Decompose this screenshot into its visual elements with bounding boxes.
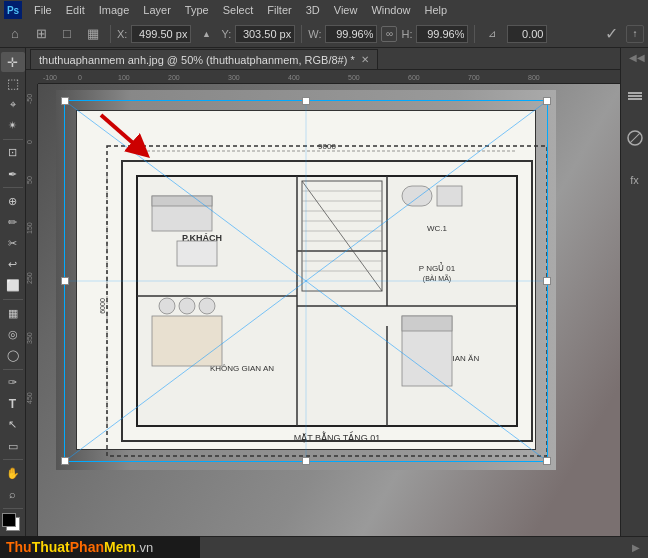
- home-icon[interactable]: ⌂: [4, 23, 26, 45]
- eyedropper-tool[interactable]: ✒: [1, 164, 25, 184]
- zoom-tool[interactable]: ⌕: [1, 484, 25, 504]
- svg-text:600: 600: [408, 74, 420, 81]
- brand-thu: Thu: [6, 539, 32, 555]
- menu-type[interactable]: Type: [179, 0, 215, 20]
- shape-icon[interactable]: □: [56, 23, 78, 45]
- menu-select[interactable]: Select: [217, 0, 260, 20]
- ruler-corner: [26, 70, 38, 84]
- main-area: ✛ ⬚ ⌖ ✴ ⊡ ✒ ⊕ ✏ ✂ ↩ ⬜ ▦ ◎ ◯ ✑ T ↖ ▭ ✋ ⌕: [0, 48, 648, 536]
- menu-image[interactable]: Image: [93, 0, 136, 20]
- svg-rect-20: [177, 241, 217, 266]
- menu-edit[interactable]: Edit: [60, 0, 91, 20]
- x-input[interactable]: [131, 25, 191, 43]
- align-grid-icon[interactable]: ▦: [82, 23, 104, 45]
- svg-text:P NGỦ 01: P NGỦ 01: [419, 262, 456, 273]
- w-input[interactable]: [325, 25, 377, 43]
- y-label: Y:: [221, 28, 231, 40]
- canvas-scroll[interactable]: 9000 P.KHÁCH WC.1 P NGỦ 01 (BÀI MÃ) KHÔN…: [26, 70, 620, 536]
- svg-rect-36: [152, 316, 222, 366]
- svg-text:450: 450: [26, 392, 33, 404]
- lasso-tool[interactable]: ⌖: [1, 94, 25, 114]
- angle-input[interactable]: [507, 25, 547, 43]
- spot-heal-tool[interactable]: ⊕: [1, 191, 25, 211]
- panel-right: ◀◀ fx: [620, 48, 648, 536]
- type-tool[interactable]: T: [1, 394, 25, 414]
- cancel-transform-icon[interactable]: ↑: [626, 25, 644, 43]
- brand-phan: Phan: [70, 539, 104, 555]
- commit-transform-icon[interactable]: ✓: [600, 23, 622, 45]
- eraser-tool[interactable]: ⬜: [1, 276, 25, 296]
- tool-divider-4: [3, 369, 23, 370]
- dodge-tool[interactable]: ◯: [1, 345, 25, 365]
- svg-line-47: [101, 115, 141, 150]
- svg-text:800: 800: [528, 74, 540, 81]
- canvas-area[interactable]: thuthuaphanmem anh.jpg @ 50% (thuthuatph…: [26, 48, 620, 536]
- svg-point-38: [179, 298, 195, 314]
- svg-text:300: 300: [228, 74, 240, 81]
- menu-file[interactable]: File: [28, 0, 58, 20]
- adjustments-panel-icon[interactable]: [623, 118, 647, 158]
- svg-text:50: 50: [26, 176, 33, 184]
- svg-text:100: 100: [118, 74, 130, 81]
- svg-text:0: 0: [78, 74, 82, 81]
- styles-panel-icon[interactable]: fx: [623, 160, 647, 200]
- app-logo: Ps: [4, 1, 22, 19]
- history-tool[interactable]: ↩: [1, 255, 25, 275]
- tab-filename: thuthuaphanmem anh.jpg @ 50% (thuthuatph…: [39, 54, 355, 66]
- marquee-tool[interactable]: ⬚: [1, 73, 25, 93]
- clone-tool[interactable]: ✂: [1, 233, 25, 253]
- svg-text:250: 250: [26, 272, 33, 284]
- menu-3d[interactable]: 3D: [300, 0, 326, 20]
- brand-bar: ThuThuatPhanMem.vn: [0, 536, 200, 558]
- svg-text:400: 400: [288, 74, 300, 81]
- svg-point-39: [199, 298, 215, 314]
- menu-view[interactable]: View: [328, 0, 364, 20]
- separator-3: [474, 25, 475, 43]
- shape-tool[interactable]: ▭: [1, 436, 25, 456]
- ruler-left-svg: -50 0 50 150 250 350 450: [26, 84, 38, 536]
- y-input[interactable]: [235, 25, 295, 43]
- x-label: X:: [117, 28, 127, 40]
- separator-1: [110, 25, 111, 43]
- svg-text:350: 350: [26, 332, 33, 344]
- svg-text:MẶT BẰNG TẦNG 01: MẶT BẰNG TẦNG 01: [294, 431, 381, 443]
- brand-vn: .vn: [136, 540, 153, 555]
- menu-help[interactable]: Help: [419, 0, 454, 20]
- h-input[interactable]: [416, 25, 468, 43]
- tab-bar: thuthuaphanmem anh.jpg @ 50% (thuthuatph…: [26, 48, 620, 70]
- blur-tool[interactable]: ◎: [1, 324, 25, 344]
- svg-text:WC.1: WC.1: [427, 224, 448, 233]
- svg-text:6000: 6000: [99, 298, 106, 314]
- tool-divider-2: [3, 187, 23, 188]
- chain-link-icon[interactable]: ∞: [381, 26, 397, 42]
- magic-wand-tool[interactable]: ✴: [1, 116, 25, 136]
- hand-tool[interactable]: ✋: [1, 463, 25, 483]
- color-swatches[interactable]: [2, 513, 24, 532]
- svg-rect-19: [152, 196, 212, 206]
- menu-window[interactable]: Window: [365, 0, 416, 20]
- scroll-right-arrow[interactable]: ▶: [632, 542, 640, 553]
- svg-text:150: 150: [26, 222, 33, 234]
- tool-divider-1: [3, 139, 23, 140]
- transform-reference-icon[interactable]: ⊞: [30, 23, 52, 45]
- triangle-icon: ▲: [195, 23, 217, 45]
- layers-panel-icon[interactable]: [623, 76, 647, 116]
- right-panel-collapse[interactable]: ◀◀: [629, 52, 641, 64]
- menu-filter[interactable]: Filter: [261, 0, 297, 20]
- brush-tool[interactable]: ✏: [1, 212, 25, 232]
- move-tool[interactable]: ✛: [1, 52, 25, 72]
- angle-icon: ⊿: [481, 23, 503, 45]
- pen-tool[interactable]: ✑: [1, 372, 25, 392]
- tab-close-button[interactable]: ✕: [361, 54, 369, 65]
- path-select-tool[interactable]: ↖: [1, 415, 25, 435]
- canvas-image[interactable]: 9000 P.KHÁCH WC.1 P NGỦ 01 (BÀI MÃ) KHÔN…: [56, 90, 556, 470]
- floor-plan-svg: 9000 P.KHÁCH WC.1 P NGỦ 01 (BÀI MÃ) KHÔN…: [97, 131, 557, 471]
- document-tab[interactable]: thuthuaphanmem anh.jpg @ 50% (thuthuatph…: [30, 49, 378, 69]
- menu-layer[interactable]: Layer: [137, 0, 177, 20]
- gradient-tool[interactable]: ▦: [1, 303, 25, 323]
- svg-rect-35: [437, 186, 462, 206]
- svg-rect-34: [402, 186, 432, 206]
- crop-tool[interactable]: ⊡: [1, 143, 25, 163]
- brand-mem: Mem: [104, 539, 136, 555]
- ruler-top: -100 0 100 200 300 400 500 600 700 800: [38, 70, 620, 84]
